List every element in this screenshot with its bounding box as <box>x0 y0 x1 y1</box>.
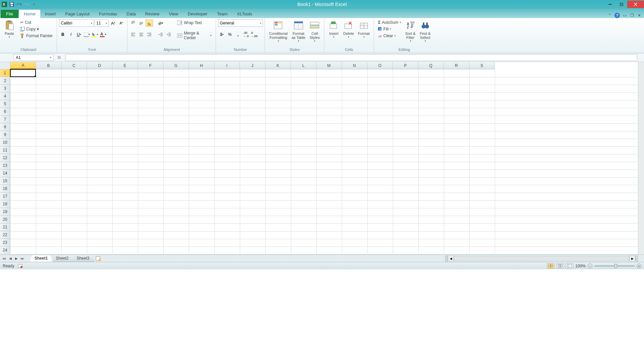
row-header[interactable]: 22 <box>0 231 10 239</box>
column-header[interactable]: N <box>342 62 367 69</box>
qat-customize-icon[interactable]: ▾ <box>31 1 37 7</box>
italic-button[interactable]: I <box>67 31 74 38</box>
column-header[interactable]: B <box>36 62 61 69</box>
insert-cells-button[interactable]: Insert▾ <box>326 19 341 47</box>
column-header[interactable]: F <box>138 62 163 69</box>
name-box[interactable]: A1 ▾ <box>13 54 54 61</box>
row-header[interactable]: 12 <box>0 154 10 162</box>
underline-button[interactable]: U▾ <box>75 31 83 38</box>
clear-button[interactable]: Clear▾ <box>376 33 403 39</box>
fx-icon[interactable]: fx <box>58 55 61 60</box>
copy-button[interactable]: Copy ▾ <box>18 26 55 32</box>
cut-button[interactable]: ✂ Cut <box>18 19 55 25</box>
tab-scroll-splitter[interactable] <box>445 256 448 262</box>
window-close-inner-icon[interactable]: ✕ <box>637 13 642 18</box>
column-header[interactable]: H <box>189 62 214 69</box>
tab-home[interactable]: Home <box>19 10 40 18</box>
row-header[interactable]: 24 <box>0 247 10 254</box>
sheet-tab[interactable]: Sheet3 <box>71 255 94 262</box>
select-all-corner[interactable] <box>0 62 10 69</box>
cells-area[interactable] <box>10 69 638 254</box>
new-sheet-icon[interactable]: ✶ <box>96 256 102 261</box>
row-header[interactable]: 10 <box>0 139 10 146</box>
tab-review[interactable]: Review <box>141 10 164 18</box>
view-page-layout-button[interactable] <box>556 263 564 269</box>
window-restore-icon[interactable]: ❐ <box>629 13 635 18</box>
comma-button[interactable]: , <box>234 31 241 38</box>
format-as-table-button[interactable]: Format as Table▾ <box>289 19 307 47</box>
vertical-scrollbar[interactable] <box>638 62 644 255</box>
row-header[interactable]: 13 <box>0 162 10 169</box>
column-header[interactable]: I <box>214 62 240 69</box>
maximize-button[interactable] <box>616 1 627 8</box>
paste-button[interactable]: Paste ▾ <box>2 19 17 47</box>
window-min-icon[interactable]: ▭ <box>622 13 627 18</box>
zoom-slider-thumb[interactable] <box>614 264 617 268</box>
font-name-combo[interactable]: Calibri▾ <box>59 19 94 27</box>
file-tab[interactable]: File <box>1 10 18 18</box>
font-color-button[interactable]: A▾ <box>99 31 107 38</box>
fill-color-button[interactable]: ▾ <box>91 31 99 38</box>
formula-input[interactable] <box>65 54 637 61</box>
sheet-tab[interactable]: Sheet1 <box>30 255 53 262</box>
row-header[interactable]: 2 <box>0 77 10 85</box>
row-header[interactable]: 1 <box>0 69 10 77</box>
undo-button[interactable]: ↶▾ <box>16 1 22 7</box>
column-header[interactable]: K <box>265 62 291 69</box>
orientation-button[interactable]: ab▾ <box>157 19 164 27</box>
align-bottom-button[interactable] <box>146 19 153 27</box>
column-header[interactable]: G <box>163 62 189 69</box>
column-header[interactable]: Q <box>418 62 444 69</box>
format-painter-button[interactable]: Format Painter <box>18 33 55 39</box>
autosum-button[interactable]: ΣAutoSum▾ <box>376 19 403 25</box>
borders-button[interactable]: ▾ <box>83 31 91 38</box>
bold-button[interactable]: B <box>59 31 66 38</box>
column-header[interactable]: L <box>291 62 316 69</box>
align-middle-button[interactable] <box>138 19 145 27</box>
percent-button[interactable]: % <box>226 31 233 38</box>
wrap-text-button[interactable]: Wrap Text <box>175 19 214 26</box>
view-page-break-button[interactable] <box>566 263 573 269</box>
tab-formulas[interactable]: Formulas <box>94 10 122 18</box>
row-header[interactable]: 5 <box>0 100 10 108</box>
cell-styles-button[interactable]: Cell Styles▾ <box>307 19 322 47</box>
row-header[interactable]: 20 <box>0 216 10 223</box>
tab-view[interactable]: View <box>164 10 183 18</box>
hscroll-split-handle[interactable] <box>635 256 638 262</box>
increase-font-button[interactable]: A▴ <box>109 19 117 27</box>
column-header[interactable]: P <box>393 62 418 69</box>
increase-indent-button[interactable] <box>165 31 172 38</box>
row-header[interactable]: 4 <box>0 92 10 100</box>
decrease-font-button[interactable]: A▾ <box>117 19 125 27</box>
help-icon[interactable]: ? <box>614 13 620 18</box>
view-normal-button[interactable] <box>547 263 554 269</box>
column-header[interactable]: O <box>367 62 393 69</box>
column-header[interactable]: E <box>112 62 138 69</box>
close-button[interactable] <box>627 1 644 8</box>
zoom-percent[interactable]: 100% <box>575 264 586 268</box>
row-header[interactable]: 6 <box>0 108 10 116</box>
tab-xltools[interactable]: XLTools <box>232 10 257 18</box>
column-header[interactable]: A <box>10 62 36 69</box>
zoom-slider[interactable] <box>594 265 635 267</box>
tab-team[interactable]: Team <box>212 10 232 18</box>
align-top-button[interactable] <box>129 19 137 27</box>
currency-button[interactable]: $▾ <box>218 31 225 38</box>
decrease-decimal-button[interactable]: .0→.00 <box>250 31 258 38</box>
row-header[interactable]: 3 <box>0 85 10 92</box>
tab-developer[interactable]: Developer <box>183 10 212 18</box>
tab-insert[interactable]: Insert <box>40 10 61 18</box>
fill-button[interactable]: Fill▾ <box>376 26 403 32</box>
font-size-combo[interactable]: 11▾ <box>95 19 109 27</box>
excel-app-icon[interactable]: X <box>1 1 7 7</box>
column-header[interactable]: S <box>469 62 495 69</box>
save-icon[interactable] <box>9 1 15 7</box>
number-format-combo[interactable]: General▾ <box>218 19 263 27</box>
row-header[interactable]: 18 <box>0 200 10 208</box>
decrease-indent-button[interactable] <box>157 31 164 38</box>
sort-filter-button[interactable]: AZ Sort & Filter▾ <box>403 19 418 47</box>
chevron-down-icon[interactable]: ▾ <box>50 56 51 59</box>
sheet-nav-prev-button[interactable]: ◀ <box>7 256 13 262</box>
hscroll-right-button[interactable]: ▶ <box>629 256 635 262</box>
column-header[interactable]: M <box>316 62 342 69</box>
